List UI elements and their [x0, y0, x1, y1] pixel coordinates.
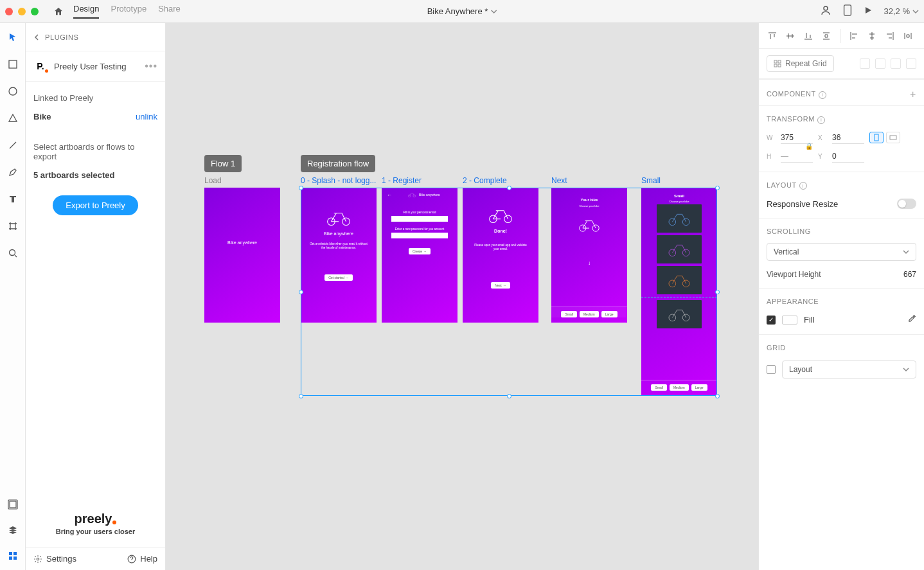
plugin-row[interactable]: P. Preely User Testing ••• [26, 51, 165, 82]
artboard-label-load[interactable]: Load [204, 176, 222, 185]
select-tool[interactable] [5, 30, 21, 45]
info-icon[interactable]: i [819, 91, 826, 99]
tool-strip [0, 23, 26, 570]
export-button[interactable]: Export to Preely [53, 195, 138, 215]
mode-tabs: Design Prototype Share [73, 4, 181, 19]
scrolling-select[interactable]: Vertical [767, 243, 916, 261]
plugin-more-icon[interactable]: ••• [145, 60, 157, 72]
grid-select[interactable]: Layout [782, 361, 916, 379]
ellipse-tool[interactable] [5, 84, 21, 99]
plugins-header[interactable]: PLUGINS [26, 23, 165, 51]
viewport-height-value[interactable]: 667 [903, 270, 916, 279]
align-bar [759, 23, 924, 49]
align-bottom-icon[interactable] [801, 29, 815, 43]
artboard-label-register[interactable]: 1 - Register [382, 176, 422, 185]
boolean-add-icon[interactable] [860, 58, 870, 69]
svg-rect-33 [875, 134, 878, 141]
boolean-exclude-icon[interactable] [906, 58, 916, 69]
selection-handle[interactable] [715, 394, 720, 398]
align-left-icon[interactable] [847, 29, 861, 43]
info-icon[interactable]: i [817, 116, 825, 124]
portrait-icon[interactable] [869, 132, 884, 143]
selection-handle[interactable] [507, 186, 511, 190]
info-icon[interactable]: i [799, 182, 807, 190]
eyedropper-icon[interactable] [907, 314, 916, 325]
minimize-window-button[interactable] [18, 8, 26, 15]
distribute-v-icon[interactable] [819, 29, 833, 43]
x-label: X [818, 134, 827, 141]
tab-prototype[interactable]: Prototype [111, 4, 147, 19]
home-icon[interactable] [53, 6, 64, 17]
text-tool[interactable] [5, 191, 21, 207]
selection-handle[interactable] [507, 394, 511, 398]
settings-button[interactable]: Settings [33, 554, 76, 564]
svg-point-11 [37, 558, 39, 560]
artboard-tool[interactable] [5, 218, 21, 234]
polygon-tool[interactable] [5, 111, 21, 126]
flow-tag-registration[interactable]: Registration flow [301, 155, 375, 172]
landscape-icon[interactable] [886, 132, 900, 143]
width-label: W [767, 134, 776, 141]
align-top-icon[interactable] [765, 29, 779, 43]
layers-icon[interactable] [5, 522, 21, 538]
chevron-down-icon [912, 8, 919, 15]
fill-checkbox[interactable]: ✓ [767, 316, 776, 325]
artboard-label-splash[interactable]: 0 - Splash - not logg... [301, 176, 376, 185]
maximize-window-button[interactable] [31, 8, 39, 15]
topbar-right: 32,2 % [820, 4, 919, 19]
svg-point-0 [824, 6, 828, 10]
x-input[interactable] [832, 132, 864, 144]
responsive-resize-toggle[interactable] [897, 199, 916, 209]
svg-rect-10 [13, 557, 17, 560]
zoom-tool[interactable] [5, 245, 21, 261]
align-hcenter-icon[interactable] [865, 29, 879, 43]
rectangle-tool[interactable] [5, 57, 21, 72]
right-panel: Repeat Grid COMPONENTi + TRANSFORMi W X … [758, 23, 924, 570]
document-title[interactable]: Bike Anywhere * [427, 6, 497, 16]
zoom-control[interactable]: 32,2 % [884, 6, 919, 16]
repeat-grid-button[interactable]: Repeat Grid [767, 55, 834, 72]
linked-project-name: Bike [33, 112, 51, 121]
boolean-subtract-icon[interactable] [875, 58, 885, 69]
selection-handle[interactable] [299, 290, 303, 294]
unlink-button[interactable]: unlink [136, 112, 157, 121]
flow-tag-1[interactable]: Flow 1 [204, 155, 242, 172]
chevron-down-icon [903, 366, 909, 373]
help-button[interactable]: Help [127, 554, 157, 564]
chevron-left-icon [33, 34, 40, 40]
play-icon[interactable] [864, 6, 873, 17]
close-window-button[interactable] [5, 8, 13, 15]
align-vcenter-icon[interactable] [783, 29, 797, 43]
selection-handle[interactable] [299, 186, 303, 190]
selection-hint: Select artboards or flows to export [33, 142, 157, 161]
selection-handle[interactable] [715, 186, 720, 190]
svg-rect-32 [778, 64, 781, 67]
mobile-preview-icon[interactable] [843, 4, 852, 19]
artboard-label-small[interactable]: Small [641, 176, 661, 185]
grid-checkbox[interactable] [767, 365, 776, 374]
height-input[interactable]: — [781, 150, 813, 163]
artboard-label-next[interactable]: Next [551, 176, 567, 185]
svg-rect-6 [10, 501, 16, 508]
artboard-load[interactable]: Bike anywhere [204, 188, 280, 323]
pen-tool[interactable] [5, 165, 21, 180]
fill-swatch[interactable] [782, 316, 797, 325]
artboard-label-complete[interactable]: 2 - Complete [463, 176, 507, 185]
y-input[interactable] [832, 150, 864, 163]
align-right-icon[interactable] [883, 29, 897, 43]
distribute-h-icon[interactable] [901, 29, 915, 43]
plugins-icon[interactable] [5, 548, 21, 564]
canvas[interactable]: Flow 1 Registration flow Load 0 - Splash… [166, 23, 758, 570]
tab-design[interactable]: Design [73, 4, 99, 19]
selection-handle[interactable] [299, 394, 303, 398]
selection-handle[interactable] [715, 290, 720, 294]
assets-icon[interactable] [5, 497, 21, 512]
component-section-header: COMPONENTi + [759, 79, 924, 105]
lock-icon[interactable]: 🔒 [805, 143, 813, 150]
avatar-icon[interactable] [820, 4, 831, 19]
tab-share[interactable]: Share [158, 4, 181, 19]
boolean-intersect-icon[interactable] [891, 58, 901, 69]
add-component-icon[interactable]: + [910, 89, 916, 100]
brand-name: preely [75, 512, 112, 526]
line-tool[interactable] [5, 138, 21, 153]
